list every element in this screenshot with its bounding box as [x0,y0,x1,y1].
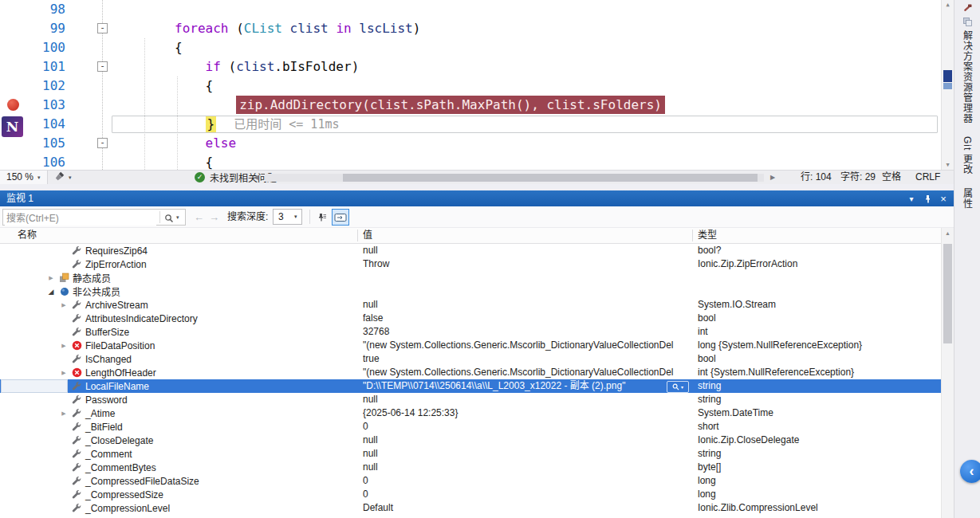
watch-value[interactable]: "D:\\TEMP\\0714\\250614\\a\\L_L2003_x120… [363,379,685,393]
scrollbar-thumb[interactable] [343,174,758,182]
scroll-up-icon[interactable]: ▲ [942,0,954,10]
breakpoint-gutter[interactable] [0,19,27,38]
breakpoint-gutter[interactable] [0,57,27,77]
watch-row[interactable]: ▶静态成员 [0,271,941,285]
code-text[interactable]: if (clist.bIsFolder) [113,57,954,77]
watch-value[interactable]: null [363,393,685,406]
layers-icon[interactable] [962,16,973,27]
scroll-left-icon[interactable]: ◀ [250,172,262,183]
perf-tip[interactable]: 已用时间 <= 11ms [216,117,339,131]
expand-icon[interactable]: ▶ [57,343,70,349]
sidebar-tab-solution-explorer[interactable]: 解决方案资源管理器 [961,30,974,124]
search-depth-select[interactable]: 3 ▾ [273,209,302,225]
watch-row[interactable]: _CommentBytesnullbyte[] [0,461,941,474]
collapse-icon[interactable]: ◢ [45,288,57,296]
watch-row[interactable]: _CompressedFileDataSize0long [0,474,941,488]
expand-icon[interactable]: ▶ [57,302,70,308]
watch-name[interactable]: Password [85,394,128,406]
code-text[interactable] [113,0,954,19]
watch-value[interactable]: {2025-06-14 12:25:33} [363,406,685,420]
watch-value[interactable]: 0 [363,474,685,488]
watch-vertical-scrollbar[interactable]: ▲ [941,228,954,518]
watch-row[interactable]: AttributesIndicateDirectoryfalsebool [0,312,941,325]
editor-vertical-scrollbar[interactable]: ▲ ▼ [941,0,954,170]
watch-name[interactable]: RequiresZip64 [85,245,148,257]
sidebar-tab-properties[interactable]: 属性 [961,188,974,209]
fold-margin[interactable] [65,0,113,19]
breakpoint-icon[interactable] [7,99,19,111]
panel-splitter[interactable] [0,184,954,190]
watch-row[interactable]: IsChangedtruebool [0,352,941,366]
line-indicator[interactable]: 行: 104 [801,171,832,184]
scrollbar-thumb[interactable] [943,244,952,343]
code-text[interactable]: else [113,134,954,153]
watch-value[interactable]: "(new System.Collections.Generic.Mscorli… [363,339,685,352]
breakpoint-gutter[interactable] [0,96,27,115]
expand-icon[interactable]: ▶ [57,370,70,376]
collapse-panel-button[interactable]: ‹ [960,460,980,483]
watch-value[interactable]: null [363,298,685,312]
code-cleanup-button[interactable]: ▾ [51,171,76,184]
back-arrow-icon[interactable]: ← [194,206,204,228]
pin-properties-button[interactable] [313,209,330,226]
scroll-down-icon[interactable]: ▼ [942,160,954,170]
watch-row[interactable]: ▶FileDataPosition"(new System.Collection… [0,339,941,352]
fold-margin[interactable]: - [65,134,113,153]
watch-value[interactable]: 0 [363,420,685,434]
watch-row[interactable]: _CompressionLevelDefaultIonic.Zlib.Compr… [0,501,941,515]
search-icon[interactable] [164,212,174,226]
column-resizer[interactable] [692,230,693,241]
watch-row[interactable]: RequiresZip64nullbool? [0,244,941,257]
column-name[interactable]: 名称 [18,228,37,243]
search-input[interactable] [5,210,156,226]
watch-row[interactable]: ▶_Atime{2025-06-14 12:25:33}System.DateT… [0,406,941,420]
watch-value[interactable]: Default [363,501,685,515]
watch-name[interactable]: _CommentBytes [85,462,156,473]
watch-name[interactable]: _Comment [85,449,132,460]
fold-collapse-icon[interactable]: - [97,138,108,148]
watch-name[interactable]: _BitField [85,422,123,433]
pin-icon[interactable] [920,190,935,206]
watch-value[interactable]: null [363,447,685,461]
watch-row[interactable]: ▶ArchiveStreamnullSystem.IO.Stream [0,298,941,312]
spaces-indicator[interactable]: 空格 [882,171,901,184]
watch-value[interactable]: true [363,352,685,366]
watch-name[interactable]: LengthOfHeader [85,367,156,379]
fold-margin[interactable]: - [65,57,113,77]
code-text[interactable]: }已用时间 <= 11ms [113,115,954,134]
fold-margin[interactable] [65,115,113,134]
expand-icon[interactable]: ▶ [57,410,70,417]
watch-name[interactable]: _Atime [85,408,115,419]
sidebar-tab-git-changes[interactable]: Git 更改 [961,136,974,175]
column-type[interactable]: 类型 [698,228,717,243]
keyboard-tab-button[interactable] [332,209,349,226]
close-icon[interactable]: × [936,190,950,206]
fold-collapse-icon[interactable]: - [97,61,108,72]
watch-value[interactable]: false [363,312,685,325]
fold-collapse-icon[interactable]: - [97,23,108,33]
watch-value[interactable]: 32768 [363,325,685,339]
breakpoint-gutter[interactable] [0,153,27,170]
watch-name[interactable]: BufferSize [85,327,129,338]
fold-margin[interactable] [65,77,113,96]
watch-name[interactable]: _CompressionLevel [85,503,170,514]
breakpoint-gutter[interactable] [0,0,27,19]
margin-badge-icon[interactable]: N [2,116,23,137]
watch-row[interactable]: ◢非公共成员 [0,285,941,298]
watch-name[interactable]: ZipErrorAction [85,259,147,270]
watch-value[interactable]: 0 [363,488,685,501]
watch-row[interactable]: LocalFileName"D:\\TEMP\\0714\\250614\\a\… [0,379,941,393]
code-text[interactable]: { [113,38,954,57]
search-box[interactable]: ▾ [2,209,186,226]
scroll-up-icon[interactable]: ▲ [942,228,954,239]
code-text[interactable]: { [113,77,954,96]
code-text[interactable]: zip.AddDirectory(clist.sPath.MaxPath(), … [113,96,954,115]
fold-margin[interactable] [65,96,113,115]
watch-name[interactable]: AttributesIndicateDirectory [85,313,198,324]
hammer-icon[interactable] [962,2,973,14]
value-visualizer-button[interactable]: ▾ [667,381,689,393]
watch-value[interactable]: null [363,244,685,257]
watch-name[interactable]: IsChanged [85,354,132,365]
watch-name[interactable]: FileDataPosition [85,340,155,351]
scroll-right-icon[interactable]: ▶ [767,172,778,183]
